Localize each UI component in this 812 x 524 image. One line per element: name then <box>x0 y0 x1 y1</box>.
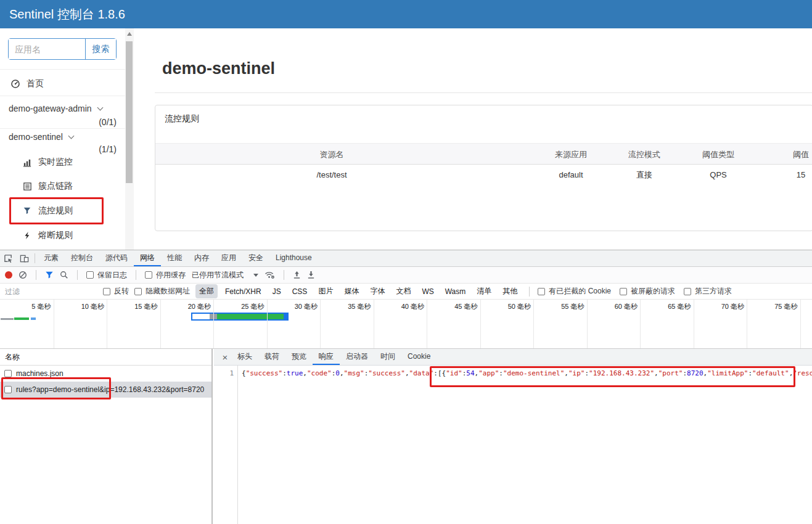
timeline-gridline <box>213 300 214 348</box>
filter-type-媒体[interactable]: 媒体 <box>340 284 363 298</box>
devtools-tab-性能[interactable]: 性能 <box>161 250 188 266</box>
timeline-gridline <box>267 300 268 348</box>
cell-mode: 直接 <box>636 165 652 186</box>
response-tab-载荷[interactable]: 载荷 <box>258 349 285 365</box>
list-icon <box>22 182 32 191</box>
scrollbar-up-arrow[interactable] <box>127 32 132 36</box>
checkbox[interactable] <box>4 386 12 393</box>
json-token: { <box>242 369 246 377</box>
filter-type-全部[interactable]: 全部 <box>195 284 218 298</box>
search-icon[interactable] <box>60 271 68 279</box>
devtools-tab-网络[interactable]: 网络 <box>134 250 161 266</box>
preserve-log-checkbox[interactable]: 保留日志 <box>86 270 127 280</box>
json-token: "msg" <box>344 369 364 377</box>
json-token: , <box>654 369 658 377</box>
sidebar-item-realtime-monitor[interactable]: 实时监控 <box>0 153 125 171</box>
filter-checkbox-第三方请求[interactable]: 第三方请求 <box>684 286 732 297</box>
request-row[interactable]: machines.json <box>0 366 211 382</box>
devtools-tab-内存[interactable]: 内存 <box>188 250 215 266</box>
scrollbar-thumb[interactable] <box>126 41 133 183</box>
checkbox[interactable] <box>684 288 691 295</box>
devtools-tab-控制台[interactable]: 控制台 <box>65 250 99 266</box>
checkbox[interactable] <box>145 271 152 279</box>
devtools-tab-源代码[interactable]: 源代码 <box>99 250 134 266</box>
divider <box>0 69 125 70</box>
device-toolbar-icon[interactable] <box>16 250 32 266</box>
devtools-tab-安全[interactable]: 安全 <box>242 250 269 266</box>
json-token: "app" <box>478 369 499 377</box>
checkbox[interactable] <box>134 288 142 295</box>
throttling-value: 已停用节流模式 <box>192 270 244 280</box>
close-icon[interactable]: × <box>219 349 231 366</box>
column-header: 资源名 <box>320 144 344 165</box>
panel-title: 流控规则 <box>165 113 199 125</box>
app-search-input[interactable] <box>9 39 85 59</box>
filter-icon[interactable] <box>45 271 54 279</box>
waterfall-segment-green <box>217 314 284 319</box>
network-conditions-icon[interactable] <box>265 271 275 279</box>
filter-type-CSS[interactable]: CSS <box>289 285 311 298</box>
response-tab-预览[interactable]: 预览 <box>285 349 313 365</box>
checkbox-label: 有已拦截的 Cookie <box>549 286 611 297</box>
response-body[interactable]: 1 {"success":true,"code":0,"msg":"succes… <box>214 366 812 524</box>
lightning-icon <box>22 231 32 240</box>
filter-type-Fetch/XHR[interactable]: Fetch/XHR <box>221 285 265 298</box>
clear-icon[interactable] <box>18 271 27 279</box>
sidebar-item-home[interactable]: 首页 <box>0 72 125 96</box>
timeline-gridline <box>800 300 801 348</box>
timeline-tick-label: 45 毫秒 <box>440 302 478 311</box>
import-har-icon[interactable] <box>293 271 301 279</box>
response-tab-标头[interactable]: 标头 <box>231 349 258 365</box>
hide-data-urls-checkbox[interactable]: 隐藏数据网址 <box>134 286 190 297</box>
search-button[interactable]: 搜索 <box>85 39 116 59</box>
devtools-tab-Lighthouse[interactable]: Lighthouse <box>269 250 318 266</box>
throttling-dropdown[interactable]: 已停用节流模式 <box>192 270 258 280</box>
disable-cache-checkbox[interactable]: 停用缓存 <box>145 270 186 280</box>
devtools-tabbar: 元素控制台源代码网络性能内存应用安全Lighthouse <box>0 250 812 267</box>
checkbox[interactable] <box>4 370 12 377</box>
filter-checkbox-有已拦截的 Cookie[interactable]: 有已拦截的 Cookie <box>538 286 611 297</box>
checkbox[interactable] <box>538 288 545 295</box>
filter-checkbox-被屏蔽的请求[interactable]: 被屏蔽的请求 <box>620 286 675 297</box>
filter-type-JS[interactable]: JS <box>269 285 285 298</box>
filter-input[interactable] <box>5 287 97 296</box>
filter-type-图片[interactable]: 图片 <box>314 284 337 298</box>
checkbox[interactable] <box>620 288 627 295</box>
filter-type-清单[interactable]: 清单 <box>473 284 495 298</box>
json-token: true <box>287 369 303 377</box>
response-tab-时间[interactable]: 时间 <box>374 349 401 365</box>
checkbox[interactable] <box>103 288 110 295</box>
filter-type-Wasm[interactable]: Wasm <box>441 285 470 298</box>
sidebar-item-degrade-rules[interactable]: 熔断规则 <box>0 226 125 245</box>
sidebar-item-flow-rules[interactable]: 流控规则 <box>0 202 125 220</box>
devtools-tab-应用[interactable]: 应用 <box>215 250 242 266</box>
filter-type-其他[interactable]: 其他 <box>499 284 521 298</box>
devtools-tab-元素[interactable]: 元素 <box>38 250 65 266</box>
response-tab-启动器[interactable]: 启动器 <box>340 349 374 365</box>
filter-type-字体[interactable]: 字体 <box>366 284 388 298</box>
timeline-tick-label: 60 毫秒 <box>599 302 638 311</box>
response-tab-Cookie[interactable]: Cookie <box>401 349 437 365</box>
filter-type-文档[interactable]: 文档 <box>392 284 414 298</box>
line-number: 1 <box>229 369 234 377</box>
timeline-tick-label: 70 毫秒 <box>706 302 744 311</box>
checkbox[interactable] <box>86 271 94 279</box>
table-row[interactable]: /test/test default 直接 QPS 15 <box>155 165 812 186</box>
response-json-line: {"success":true,"code":0,"msg":"success"… <box>242 369 812 377</box>
waterfall-segment-green <box>14 317 29 320</box>
export-har-icon[interactable] <box>307 271 315 279</box>
sidebar-app-demo-gateway-admin[interactable]: demo-gateway-admin <box>0 99 125 118</box>
record-icon[interactable] <box>5 271 12 279</box>
network-overview-timeline[interactable]: 5 毫秒10 毫秒15 毫秒20 毫秒25 毫秒30 毫秒35 毫秒40 毫秒4… <box>0 300 812 349</box>
invert-checkbox[interactable]: 反转 <box>103 286 129 297</box>
sidebar-item-label: 熔断规则 <box>38 230 73 241</box>
sidebar-item-cluster-link[interactable]: 簇点链路 <box>0 177 125 195</box>
request-row[interactable]: rules?app=demo-sentinel&ip=192.168.43.23… <box>0 382 211 398</box>
response-tab-响应[interactable]: 响应 <box>313 349 340 365</box>
filter-type-WS[interactable]: WS <box>418 285 437 298</box>
column-header: 阈值 <box>793 144 809 165</box>
divider <box>77 270 78 280</box>
inspect-element-icon[interactable] <box>0 250 16 266</box>
sidebar-scrollbar[interactable] <box>125 28 134 250</box>
timeline-gridline <box>587 300 588 348</box>
